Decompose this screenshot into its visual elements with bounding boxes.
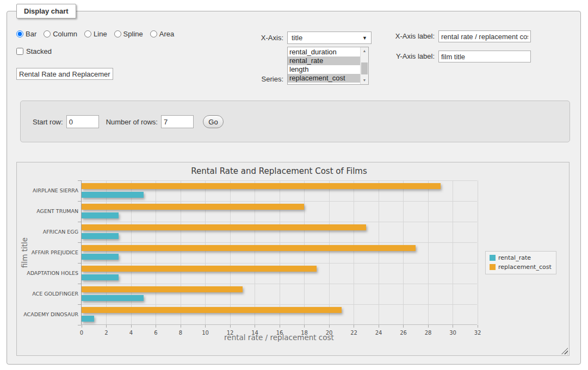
- x-axis-tick: [329, 325, 330, 328]
- gridline-horizontal: [82, 201, 477, 202]
- bar-replacement_cost[interactable]: [82, 286, 243, 292]
- chart-resize-handle[interactable]: [561, 348, 568, 354]
- gridline-vertical: [403, 180, 404, 324]
- bar-replacement_cost[interactable]: [82, 204, 304, 210]
- x-axis-label-input[interactable]: [438, 30, 531, 42]
- x-axis-tick: [255, 325, 255, 328]
- bar-radio[interactable]: [16, 30, 23, 37]
- y-axis-tick: [78, 325, 81, 325]
- gridline-horizontal: [82, 222, 477, 222]
- bar-rental_rate[interactable]: [82, 212, 119, 218]
- category-label: AGENT TRUMAN: [18, 208, 78, 214]
- legend-label: rental_rate: [498, 254, 531, 261]
- x-axis-select-value: title: [292, 34, 302, 42]
- stacked-checkbox[interactable]: [16, 48, 23, 55]
- series-select-label: Series:: [229, 75, 283, 83]
- x-axis-tick: [403, 325, 404, 328]
- category-label: AFRICAN EGG: [18, 229, 78, 235]
- legend-item-replacement_cost[interactable]: replacement_cost: [490, 264, 552, 271]
- row-range-controls: Start row: Number of rows: Go: [33, 115, 224, 128]
- scroll-down-icon[interactable]: ▼: [361, 77, 368, 84]
- legend-item-rental_rate[interactable]: rental_rate: [490, 254, 552, 261]
- gridline-vertical: [379, 180, 379, 324]
- x-axis-tick: [478, 325, 478, 328]
- x-axis-tick: [453, 325, 453, 328]
- gridline-vertical: [205, 180, 206, 324]
- row-range-panel: Start row: Number of rows: Go: [20, 101, 570, 142]
- gridline-vertical: [106, 180, 107, 324]
- page: Display chart BarColumnLineSplineArea St…: [0, 0, 588, 370]
- gridline-vertical: [428, 180, 429, 324]
- bar-replacement_cost[interactable]: [82, 183, 441, 189]
- scrollbar-thumb[interactable]: [361, 62, 368, 74]
- area-radio[interactable]: [150, 30, 157, 37]
- x-axis-tick: [379, 325, 379, 328]
- legend-swatch: [490, 255, 496, 261]
- stacked-option[interactable]: Stacked: [16, 47, 52, 55]
- chart-type-label: Bar: [26, 30, 36, 38]
- fieldset-legend: Display chart: [16, 4, 76, 18]
- x-axis-tick: [280, 325, 280, 328]
- chart-title-input[interactable]: [16, 68, 113, 80]
- x-axis-tick: [106, 325, 107, 328]
- y-axis-label-input[interactable]: [438, 51, 531, 62]
- y-axis-tick: [78, 180, 81, 181]
- x-axis-tick: [428, 325, 429, 328]
- bar-replacement_cost[interactable]: [82, 245, 416, 251]
- bar-replacement_cost[interactable]: [82, 307, 342, 313]
- y-axis-tick: [78, 263, 81, 264]
- category-label: AIRPLANE SIERRA: [18, 187, 78, 193]
- gridline-vertical: [453, 180, 453, 324]
- bar-rental_rate[interactable]: [82, 274, 119, 280]
- stacked-label: Stacked: [26, 47, 52, 55]
- x-axis-tick: [230, 325, 231, 328]
- series-option-length[interactable]: length: [288, 65, 360, 74]
- gridline-horizontal: [82, 304, 477, 305]
- series-option-replacement_cost[interactable]: replacement_cost: [288, 74, 360, 83]
- x-axis-tick: [181, 325, 181, 328]
- chart-type-option-bar[interactable]: Bar: [16, 30, 36, 38]
- x-axis-tick: [205, 325, 206, 328]
- start-row-input[interactable]: [66, 115, 99, 128]
- go-button[interactable]: Go: [203, 115, 224, 128]
- plot-area: 02468101214161820222426283032AIRPLANE SI…: [81, 180, 477, 325]
- bar-rental_rate[interactable]: [82, 233, 119, 239]
- gridline-vertical: [156, 180, 156, 324]
- gridline-vertical: [478, 180, 478, 324]
- column-radio[interactable]: [44, 30, 51, 37]
- bar-replacement_cost[interactable]: [82, 224, 366, 230]
- chart-type-option-spline[interactable]: Spline: [114, 30, 143, 38]
- legend-swatch: [490, 264, 496, 270]
- gridline-horizontal: [82, 242, 477, 243]
- chart-type-label: Spline: [123, 30, 143, 38]
- gridline-horizontal: [82, 180, 477, 181]
- chart-type-option-line[interactable]: Line: [84, 30, 107, 38]
- gridline-vertical: [329, 180, 330, 324]
- bar-rental_rate[interactable]: [82, 192, 144, 198]
- category-label: ACADEMY DINOSAUR: [18, 311, 78, 317]
- y-axis-tick: [78, 284, 81, 284]
- bar-rental_rate[interactable]: [82, 316, 94, 322]
- gridline-horizontal: [82, 263, 477, 264]
- category-label: AFFAIR PREJUDICE: [18, 249, 78, 255]
- chart-type-label: Column: [53, 30, 77, 38]
- x-axis-tick: [131, 325, 132, 328]
- chart-type-option-column[interactable]: Column: [44, 30, 77, 38]
- line-radio[interactable]: [84, 30, 91, 37]
- x-axis-title: rental rate / replacement cost: [81, 333, 477, 342]
- bar-rental_rate[interactable]: [82, 295, 144, 301]
- chart-container: Rental Rate and Replacement Cost of Film…: [16, 162, 570, 356]
- legend-label: replacement_cost: [498, 264, 552, 271]
- x-axis-tick: [82, 325, 82, 328]
- number-of-rows-input[interactable]: [161, 115, 194, 128]
- category-label: ADAPTATION HOLES: [18, 270, 78, 276]
- category-label: ACE GOLDFINGER: [18, 291, 78, 297]
- chart-type-option-area[interactable]: Area: [150, 30, 174, 38]
- bar-rental_rate[interactable]: [82, 254, 119, 260]
- bar-replacement_cost[interactable]: [82, 266, 317, 272]
- y-axis-tick: [78, 304, 81, 305]
- y-axis-tick: [78, 201, 81, 202]
- chart-type-label: Line: [94, 30, 107, 38]
- spline-radio[interactable]: [114, 30, 121, 37]
- y-axis-label-label: Y-Axis label:: [349, 52, 435, 60]
